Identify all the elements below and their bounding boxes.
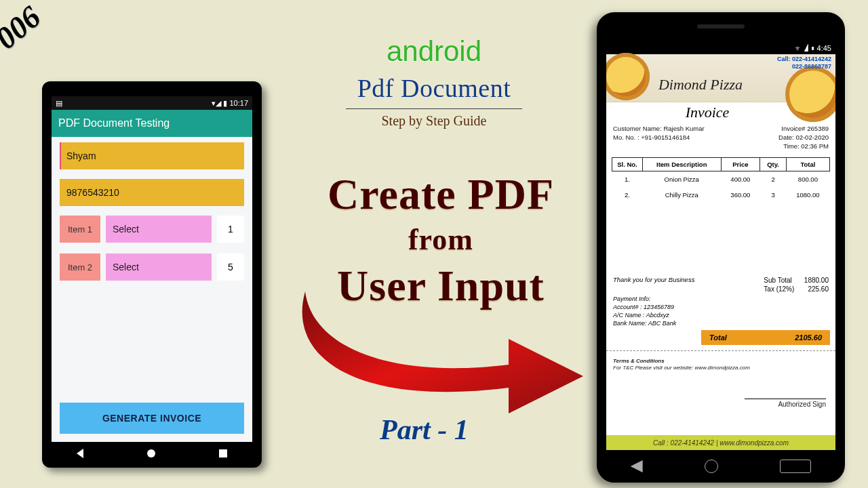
name-input[interactable]: Shyam bbox=[60, 142, 244, 169]
item2-label: Item 2 bbox=[60, 253, 100, 281]
generate-invoice-button[interactable]: GENERATE INVOICE bbox=[60, 403, 244, 434]
overview-icon[interactable] bbox=[219, 449, 227, 458]
thank-you: Thank you for your Business bbox=[613, 276, 694, 293]
item1-select[interactable]: Select bbox=[106, 216, 212, 243]
item1-label: Item 1 bbox=[60, 216, 100, 243]
episode-number: 006 bbox=[0, 0, 47, 56]
invoice-footer: Call : 022-41414242 | www.dimondpizza.co… bbox=[606, 435, 835, 450]
shop-name: Dimond Pizza bbox=[606, 76, 795, 94]
pdf-document-heading: Pdf Document bbox=[292, 73, 576, 103]
earpiece bbox=[697, 24, 745, 28]
grand-total: Total2105.60 bbox=[701, 330, 830, 345]
invoice-table: Sl. No. Item Description Price Qty. Tota… bbox=[612, 157, 830, 203]
item2-select[interactable]: Select bbox=[106, 253, 212, 281]
table-header: Sl. No. Item Description Price Qty. Tota… bbox=[612, 158, 830, 171]
item-row-2: Item 2 Select 5 bbox=[60, 253, 244, 281]
phone-right: ᯤ ◢ ▮ 4:45 Call: 022-41414242 022-868687… bbox=[597, 12, 845, 483]
phone-left: ▤ ▾◢ ▮ 10:17 PDF Document Testing Shyam … bbox=[42, 81, 262, 468]
status-time: 10:17 bbox=[229, 99, 248, 107]
headline-line-1: Create PDF bbox=[285, 169, 597, 220]
status-bar-2: ᯤ ◢ ▮ 4:45 bbox=[606, 42, 835, 54]
android-navbar bbox=[45, 442, 259, 465]
invoice-banner: Call: 022-41414242 022-86868787 Dimond P… bbox=[606, 54, 835, 102]
invoice-meta: Customer Name: Rajesh Kumar Mo. No. : +9… bbox=[606, 123, 835, 155]
app-title: PDF Document Testing bbox=[58, 117, 170, 129]
arrow-icon bbox=[292, 285, 590, 413]
back-icon[interactable] bbox=[631, 460, 643, 472]
back-icon[interactable] bbox=[77, 449, 83, 458]
app-bar: PDF Document Testing bbox=[52, 110, 252, 137]
table-row: 1.Onion Pizza 400.002 800.00 bbox=[612, 171, 830, 188]
status-bar: ▤ ▾◢ ▮ 10:17 bbox=[52, 96, 252, 110]
totals: Sub Total1880.00 Tax (12%)225.60 bbox=[764, 276, 829, 293]
signature: Authorized Sign bbox=[606, 371, 835, 408]
home-icon[interactable] bbox=[705, 460, 718, 473]
headline-line-2: from bbox=[285, 222, 597, 257]
android-logo-text: android bbox=[292, 35, 576, 68]
subtitle: Step by Step Guide bbox=[292, 113, 576, 129]
part-label: Part - 1 bbox=[380, 413, 469, 446]
phone-input[interactable]: 9876543210 bbox=[60, 179, 244, 206]
pizza-image-right bbox=[785, 66, 835, 122]
item2-qty-input[interactable]: 5 bbox=[217, 253, 244, 281]
table-row: 2.Chilly Pizza 360.003 1080.00 bbox=[612, 187, 830, 203]
status-time-2: 4:45 bbox=[817, 44, 831, 52]
contact-block: Call: 022-41414242 022-86868787 bbox=[777, 56, 831, 70]
invoice-title: Invoice bbox=[606, 102, 808, 123]
android-navbar-2 bbox=[599, 453, 842, 480]
item1-qty-input[interactable]: 1 bbox=[217, 216, 244, 243]
home-icon[interactable] bbox=[147, 449, 155, 458]
wifi-icon: ▾◢ ▮ bbox=[212, 99, 227, 107]
payment-info: Payment Info: Account# : 123456789 A/C N… bbox=[606, 293, 835, 329]
terms: Terms & Conditions For T&C Please visit … bbox=[606, 350, 835, 371]
title-block: android Pdf Document Step by Step Guide bbox=[292, 35, 576, 129]
divider bbox=[346, 108, 522, 109]
item-row-1: Item 1 Select 1 bbox=[60, 216, 244, 243]
overview-icon[interactable] bbox=[780, 460, 811, 473]
sdcard-icon: ▤ bbox=[56, 99, 62, 108]
wifi-icon: ᯤ ◢ ▮ bbox=[795, 44, 814, 52]
